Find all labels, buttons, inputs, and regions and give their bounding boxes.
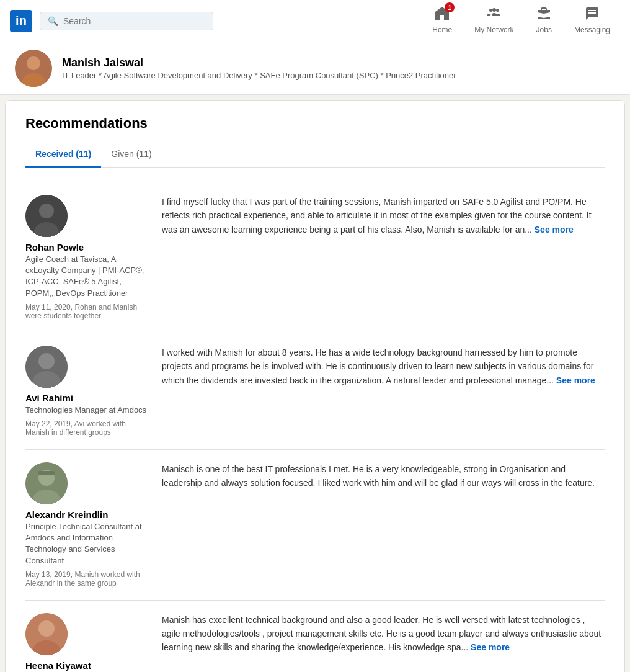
rec-text-avi: I worked with Manish for about 8 years. … <box>162 346 605 437</box>
rec-text-alexandr: Manisch is one of the best IT profession… <box>162 462 605 588</box>
rec-text-rohan: I find myself lucky that I was part of t… <box>162 195 605 320</box>
home-label: Home <box>432 25 452 34</box>
section-title: Recommendations <box>25 115 605 132</box>
see-more-rohan[interactable]: See more <box>535 225 574 235</box>
navbar: in 🔍 1 Home My Network <box>0 0 630 42</box>
rec-avatar-rohan <box>25 195 68 237</box>
profile-headline: IT Leader * Agile Software Development a… <box>62 71 456 80</box>
rec-title-alexandr: Principle Technical Consultant at Amdocs… <box>25 521 149 567</box>
linkedin-logo[interactable]: in <box>10 10 32 32</box>
svg-point-4 <box>39 204 54 218</box>
rec-date-rohan: May 11, 2020, Rohan and Manish were stud… <box>25 303 149 320</box>
rec-left-heena: Heena Kiyawat Delivery Management Consul… <box>25 613 149 672</box>
rec-left-avi: Avi Rahimi Technologies Manager at Amdoc… <box>25 346 149 437</box>
main-content: Recommendations Received (11) Given (11) <box>5 100 625 672</box>
network-icon <box>487 6 502 24</box>
search-icon: 🔍 <box>48 16 58 26</box>
rec-title-rohan: Agile Coach at Tavisca, A cxLoyalty Comp… <box>25 254 149 299</box>
nav-jobs[interactable]: Jobs <box>526 1 562 40</box>
avatar <box>15 50 52 87</box>
recommendation-item: Rohan Powle Agile Coach at Tavisca, A cx… <box>25 182 605 333</box>
recommendations-list: Rohan Powle Agile Coach at Tavisca, A cx… <box>25 182 605 672</box>
search-input[interactable] <box>63 16 205 26</box>
rec-title-avi: Technologies Manager at Amdocs <box>25 405 149 416</box>
jobs-label: Jobs <box>536 25 552 34</box>
svg-point-1 <box>27 56 40 70</box>
rec-left-alexandr: Alexandr Kreindlin Principle Technical C… <box>25 462 149 588</box>
mynetwork-label: My Network <box>474 25 513 34</box>
jobs-icon <box>536 6 551 24</box>
rec-avatar-avi <box>25 346 68 388</box>
search-bar[interactable]: 🔍 <box>40 12 213 30</box>
see-more-avi[interactable]: See more <box>556 375 595 385</box>
rec-name-alexandr[interactable]: Alexandr Kreindlin <box>25 509 149 520</box>
svg-rect-12 <box>38 471 55 475</box>
see-more-heena[interactable]: See more <box>471 642 510 652</box>
profile-name[interactable]: Manish Jaiswal <box>62 56 456 69</box>
messaging-label: Messaging <box>574 25 610 34</box>
tab-given[interactable]: Given (11) <box>101 141 161 168</box>
nav-home[interactable]: 1 Home <box>422 1 462 40</box>
profile-header: Manish Jaiswal IT Leader * Agile Softwar… <box>0 42 630 95</box>
nav-mynetwork[interactable]: My Network <box>464 1 523 40</box>
rec-name-avi[interactable]: Avi Rahimi <box>25 393 149 403</box>
tab-received[interactable]: Received (11) <box>25 141 101 168</box>
svg-point-7 <box>38 353 55 369</box>
rec-name-heena[interactable]: Heena Kiyawat <box>25 660 149 671</box>
rec-date-avi: May 22, 2019, Avi worked with Manish in … <box>25 419 149 437</box>
rec-name-rohan[interactable]: Rohan Powle <box>25 242 149 253</box>
recommendations-section: Recommendations Received (11) Given (11) <box>6 101 624 672</box>
recommendations-tabs: Received (11) Given (11) <box>25 141 605 168</box>
recommendation-item: Alexandr Kreindlin Principle Technical C… <box>25 450 605 601</box>
rec-text-heena: Manish has excellent technical backgroun… <box>162 613 605 672</box>
rec-date-alexandr: May 13, 2019, Manish worked with Alexand… <box>25 570 149 588</box>
nav-items: 1 Home My Network Jobs <box>422 1 620 40</box>
rec-avatar-heena <box>25 613 68 655</box>
rec-left-rohan: Rohan Powle Agile Coach at Tavisca, A cx… <box>25 195 149 320</box>
svg-point-14 <box>38 620 55 637</box>
rec-avatar-alexandr <box>25 462 68 504</box>
nav-messaging[interactable]: Messaging <box>564 1 620 40</box>
recommendation-item: Avi Rahimi Technologies Manager at Amdoc… <box>25 333 605 450</box>
home-icon: 1 <box>435 6 450 24</box>
recommendation-item: Heena Kiyawat Delivery Management Consul… <box>25 601 605 672</box>
messaging-icon <box>585 6 600 24</box>
profile-info: Manish Jaiswal IT Leader * Agile Softwar… <box>62 56 456 80</box>
home-badge: 1 <box>445 2 455 12</box>
